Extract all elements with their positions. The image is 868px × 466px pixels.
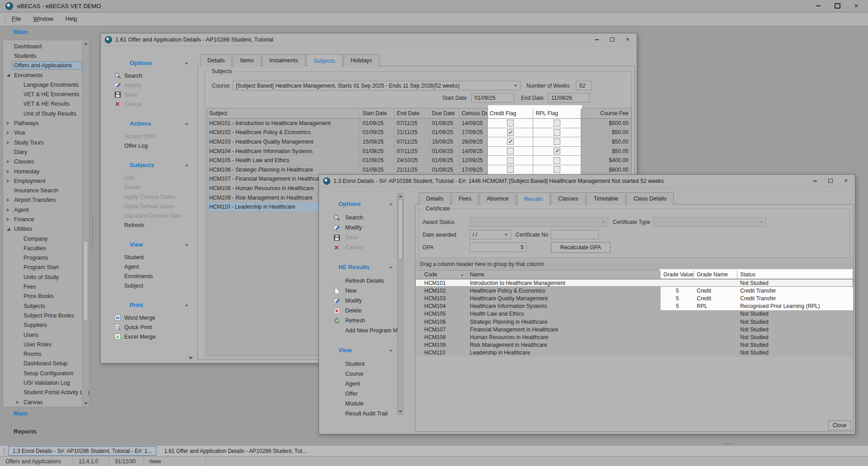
- tab-classes[interactable]: Classes: [551, 192, 585, 205]
- section-header-subjects[interactable]: Subjects: [106, 159, 195, 170]
- add-new-program-button[interactable]: Add New Program M...: [327, 326, 397, 336]
- view-agent-button[interactable]: Agent: [327, 379, 397, 389]
- grid-row[interactable]: HCM103Healthcare Quality Management5Cred…: [415, 294, 853, 302]
- tab-class-details[interactable]: Class Details: [626, 192, 674, 205]
- grid-row[interactable]: HCM104Healthcare Information Systems5RPL…: [415, 303, 853, 310]
- checkbox[interactable]: ✓: [507, 138, 514, 145]
- sidebar-item-users[interactable]: Users: [3, 330, 89, 340]
- refresh-button[interactable]: Refresh: [327, 316, 397, 326]
- refresh-button[interactable]: Refresh: [106, 220, 195, 230]
- collapse-toggle-icon[interactable]: [7, 74, 10, 77]
- scroll-down-icon[interactable]: [399, 410, 402, 413]
- column-header-grade-name[interactable]: Grade Name: [694, 270, 737, 279]
- award-status-dropdown[interactable]: [469, 217, 608, 227]
- checkbox[interactable]: [507, 166, 514, 173]
- expand-toggle-icon[interactable]: [7, 208, 9, 212]
- table-row[interactable]: HCM103 - Healthcare Quality Management15…: [207, 137, 631, 147]
- column-header-rpl-flag[interactable]: RPL Flag: [533, 108, 581, 118]
- menu-help[interactable]: Help: [66, 16, 77, 22]
- collapse-icon[interactable]: [389, 266, 393, 268]
- menu-window[interactable]: Window: [33, 16, 53, 22]
- column-header-subject[interactable]: Subject: [207, 108, 360, 118]
- column-header-end-date[interactable]: End Date: [394, 108, 430, 118]
- collapse-icon[interactable]: [389, 203, 393, 205]
- view-result-audit-trail-button[interactable]: Result Audit Trail: [327, 409, 397, 419]
- excel-merge-button[interactable]: XExcel Merge: [106, 332, 195, 341]
- checkbox[interactable]: [507, 157, 514, 164]
- modify-button[interactable]: Modify: [327, 223, 397, 233]
- close-icon[interactable]: ✕: [843, 178, 849, 184]
- sidebar-item-employment[interactable]: Employment: [3, 176, 89, 186]
- offer-log-button[interactable]: Offer Log: [106, 141, 195, 150]
- tab-details[interactable]: Details: [200, 54, 232, 66]
- expand-toggle-icon[interactable]: [7, 131, 9, 135]
- collapse-toggle-icon[interactable]: [7, 228, 10, 231]
- horizontal-splitter[interactable]: [725, 443, 733, 444]
- column-header-start-date[interactable]: Start Date: [360, 108, 394, 118]
- tab-timetable[interactable]: Timetable: [586, 192, 625, 205]
- sidebar-item-language-enrolments[interactable]: Language Enrolments: [3, 80, 89, 89]
- tab-subjects[interactable]: Subjects: [306, 54, 343, 67]
- sidebar-splitter[interactable]: [92, 217, 93, 254]
- checkbox[interactable]: ✓: [554, 148, 560, 154]
- collapse-icon[interactable]: [185, 164, 188, 166]
- sidebar-item-subjects[interactable]: Subjects: [3, 301, 89, 311]
- window1-titlebar[interactable]: 1.61 Offer and Application Details - AP1…: [101, 33, 637, 46]
- sidebar-item-program-start[interactable]: Program Start: [3, 263, 89, 272]
- certificate-type-dropdown[interactable]: [653, 217, 766, 227]
- sidebar-item-setup-configuration[interactable]: Setup Configuration: [3, 368, 89, 378]
- maximize-icon[interactable]: [834, 2, 841, 9]
- sidebar-item-vet-he-results[interactable]: VET & HE Results: [3, 99, 89, 109]
- sidebar-item-import[interactable]: Import: [3, 407, 89, 407]
- search-button[interactable]: Search: [106, 71, 195, 80]
- grid-row[interactable]: HCM105Health Law and EthicsNot Studied: [415, 310, 853, 318]
- search-button[interactable]: Search: [327, 213, 397, 223]
- tab-results[interactable]: Results: [517, 192, 550, 205]
- date-awarded-dropdown[interactable]: / /: [469, 230, 511, 239]
- scrollbar-thumb[interactable]: [83, 241, 88, 321]
- sidebar-item-dashboard-setup[interactable]: Dashboard Setup: [3, 359, 89, 368]
- scroll-up-icon[interactable]: [399, 195, 402, 197]
- table-row[interactable]: HCM106 - Strategic Planning in Healthcar…: [207, 165, 631, 175]
- sidebar-footer-reports[interactable]: Reports: [14, 428, 37, 435]
- sidebar-item-user-roles[interactable]: User Roles: [3, 340, 89, 349]
- column-header-due-date[interactable]: Due Date: [430, 108, 460, 118]
- sidebar-item-insurance-search[interactable]: Insurance Search: [3, 186, 89, 195]
- sidebar-item-utilities[interactable]: Utilities: [3, 224, 89, 234]
- sidebar-item-classes[interactable]: Classes: [3, 157, 89, 167]
- collapse-icon[interactable]: [389, 349, 393, 351]
- expand-toggle-icon[interactable]: [7, 218, 9, 221]
- table-row[interactable]: HCM101 - Introduction to Healthcare Mana…: [207, 119, 631, 128]
- sidebar-footer-main[interactable]: Main: [14, 410, 28, 417]
- refresh-details-button[interactable]: Refresh Details: [327, 276, 397, 286]
- sidebar-item-study-tours[interactable]: Study Tours: [3, 138, 89, 147]
- sidebar-item-airport-transfers[interactable]: Airport Transfers: [3, 196, 89, 205]
- sidebar-item-units-of-study[interactable]: Units of Study: [3, 272, 89, 282]
- column-header-grade-value[interactable]: Grade Value: [661, 270, 694, 279]
- scrollbar-thumb[interactable]: [398, 200, 403, 259]
- expand-toggle-icon[interactable]: [16, 401, 19, 404]
- expand-toggle-icon[interactable]: [7, 121, 9, 125]
- sidebar-item-price-books[interactable]: Price Books: [3, 292, 89, 301]
- word-merge-button[interactable]: WWord Merge: [106, 313, 195, 322]
- table-row[interactable]: HCM105 - Health Law and Ethics01/09/2524…: [207, 156, 631, 165]
- sidebar-item-vet-he-enrolments[interactable]: VET & HE Enrolments: [3, 89, 89, 99]
- menubar-grip[interactable]: [5, 16, 6, 23]
- sidebar-item-agent[interactable]: Agent: [3, 205, 89, 214]
- checkbox[interactable]: [507, 120, 514, 126]
- sidebar-item-usi-validation-log[interactable]: USI Validation Log: [3, 378, 89, 387]
- expand-toggle-icon[interactable]: [7, 160, 9, 163]
- sidebar-item-enrolments[interactable]: Enrolments: [3, 70, 89, 80]
- sidebar-item-fees[interactable]: Fees: [3, 282, 89, 291]
- minimize-icon[interactable]: [815, 2, 822, 9]
- table-row[interactable]: HCM104 - Healthcare Information Systems0…: [207, 147, 631, 156]
- sidebar-item-finance[interactable]: Finance: [3, 214, 89, 224]
- grid-row[interactable]: HCM106Strategic Planning in HealthcareNo…: [415, 318, 853, 326]
- expand-toggle-icon[interactable]: [7, 141, 9, 144]
- grid-row-selected[interactable]: HCM101Introduction to Healthcare Managem…: [415, 279, 853, 287]
- view-agent-button[interactable]: Agent: [106, 262, 195, 271]
- sidebar-item-subject-price-books[interactable]: Subject Price Books: [3, 311, 89, 320]
- collapse-icon[interactable]: [185, 304, 188, 306]
- view-student-button[interactable]: Student: [106, 252, 195, 262]
- column-header-name[interactable]: Name: [467, 270, 661, 279]
